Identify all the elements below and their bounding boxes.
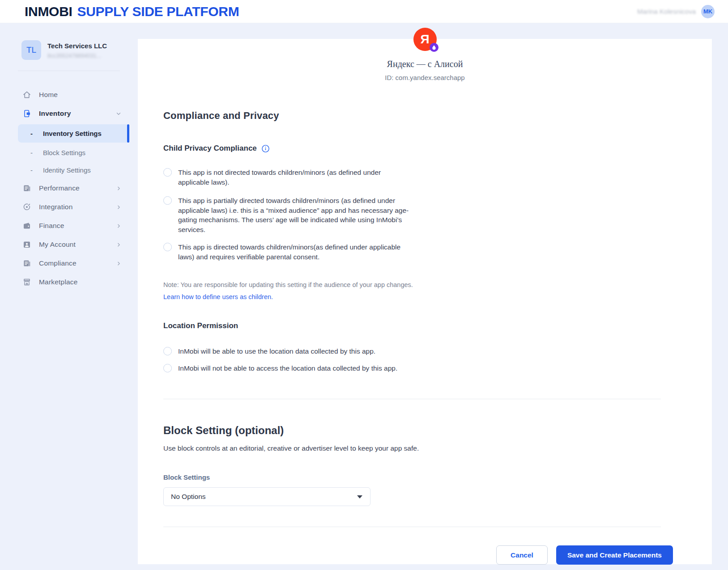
child-privacy-heading-row: Child Privacy Compliance	[163, 144, 661, 153]
radio-label: This app is partially directed towards c…	[178, 196, 409, 234]
app-id: ID: com.yandex.searchapp	[138, 74, 712, 81]
child-privacy-heading: Child Privacy Compliance	[163, 144, 257, 153]
location-option-2: InMobi will not be able to access the lo…	[163, 363, 661, 373]
sidebar-subitem-label: Block Settings	[43, 149, 85, 156]
cancel-button[interactable]: Cancel	[496, 545, 548, 565]
compliance-privacy-heading: Compliance and Privacy	[163, 110, 661, 122]
chevron-right-icon	[116, 261, 122, 266]
org-id: 8cc3552478894031...	[47, 53, 107, 59]
finance-icon	[22, 221, 31, 230]
block-settings-dropdown[interactable]: No Options	[163, 487, 370, 506]
app-title: Яндекс — с Алисой	[138, 59, 712, 69]
performance-icon	[22, 184, 31, 193]
sidebar-item-label: My Account	[39, 241, 76, 249]
dropdown-value: No Options	[171, 493, 206, 501]
sidebar-divider	[18, 71, 120, 71]
sidebar-item-label: Home	[39, 91, 58, 99]
org-avatar: TL	[21, 40, 41, 60]
sidebar-item-marketplace[interactable]: Marketplace	[0, 273, 138, 291]
info-icon[interactable]	[261, 144, 270, 153]
chevron-down-icon	[115, 110, 122, 117]
radio-label: This app is not directed towards childre…	[178, 168, 409, 187]
sidebar-item-integration[interactable]: Integration	[0, 198, 138, 216]
audience-note: Note: You are responsible for updating t…	[163, 281, 661, 288]
active-indicator-bar	[127, 124, 129, 143]
sidebar-item-compliance[interactable]: Compliance	[0, 254, 138, 273]
save-and-create-placements-button[interactable]: Save and Create Placements	[556, 545, 673, 565]
main-content-card: Я Яндекс — с Алисой ID: com.yandex.searc…	[138, 39, 712, 564]
brand-secondary: SUPPLY SIDE PLATFORM	[77, 4, 239, 19]
section-divider	[163, 399, 661, 399]
sidebar-item-label: Finance	[39, 222, 64, 230]
sidebar-subitem-inventory-settings[interactable]: - Inventory Settings	[18, 124, 129, 143]
block-setting-description: Use block controls at an editorial, crea…	[163, 444, 661, 452]
location-permission-heading: Location Permission	[163, 321, 661, 330]
sidebar-item-label: Compliance	[39, 259, 77, 267]
org-name: Tech Services LLC	[47, 40, 107, 50]
inventory-icon	[22, 109, 31, 118]
my-account-icon	[22, 240, 31, 249]
chevron-right-icon	[116, 223, 122, 229]
radio-label: InMobi will not be able to access the lo…	[178, 363, 397, 373]
sidebar-subitem-identity-settings[interactable]: - Identity Settings	[0, 161, 138, 179]
app-icon: Я	[413, 28, 437, 51]
footer-actions: Cancel Save and Create Placements	[163, 545, 673, 565]
yandex-letter: Я	[420, 32, 429, 46]
org-card[interactable]: TL Tech Services LLC 8cc3552478894031...	[0, 40, 138, 60]
sidebar-item-label: Performance	[39, 184, 80, 192]
home-icon	[22, 90, 31, 99]
radio-label: InMobi will be able to use the location …	[178, 346, 375, 356]
radio-label: This app is directed towards children/mi…	[178, 242, 409, 262]
chevron-right-icon	[116, 186, 122, 191]
sidebar-item-finance[interactable]: Finance	[0, 216, 138, 235]
radio-button[interactable]	[163, 364, 172, 372]
compliance-icon	[22, 259, 31, 268]
chevron-right-icon	[116, 242, 122, 248]
sidebar-subitem-label: Inventory Settings	[43, 130, 102, 137]
sidebar-item-inventory[interactable]: Inventory	[0, 104, 138, 123]
alice-badge-icon	[430, 43, 439, 52]
caret-down-icon	[357, 495, 362, 498]
chevron-right-icon	[116, 204, 122, 210]
sidebar-item-my-account[interactable]: My Account	[0, 235, 138, 254]
define-children-link[interactable]: Learn how to define users as children.	[163, 293, 273, 300]
brand-logo: INMOBI SUPPLY SIDE PLATFORM	[25, 4, 239, 19]
marketplace-icon	[22, 278, 31, 287]
child-privacy-option-1: This app is not directed towards childre…	[163, 168, 661, 187]
sidebar-item-label: Marketplace	[39, 278, 78, 286]
radio-button[interactable]	[163, 347, 172, 355]
sidebar-menu: Home Inventory - Inventory Settings	[0, 85, 138, 291]
user-name: Marina Kolesnicova	[637, 8, 696, 15]
user-avatar[interactable]: MK	[701, 5, 715, 18]
top-bar: INMOBI SUPPLY SIDE PLATFORM Marina Koles…	[0, 0, 728, 23]
brand-primary: INMOBI	[25, 4, 72, 19]
radio-button[interactable]	[163, 243, 172, 251]
integration-icon	[22, 203, 31, 211]
footer-divider	[163, 527, 661, 527]
sidebar-item-label: Integration	[39, 203, 72, 211]
sidebar-item-home[interactable]: Home	[0, 85, 138, 104]
child-privacy-option-2: This app is partially directed towards c…	[163, 196, 661, 234]
block-settings-field-label: Block Settings	[163, 473, 661, 481]
block-setting-heading: Block Setting (optional)	[163, 424, 661, 437]
sidebar: TL Tech Services LLC 8cc3552478894031...…	[0, 23, 138, 570]
child-privacy-option-3: This app is directed towards children/mi…	[163, 242, 661, 262]
user-box[interactable]: Marina Kolesnicova MK	[637, 5, 715, 18]
sidebar-subitem-block-settings[interactable]: - Block Settings	[0, 144, 138, 161]
radio-button[interactable]	[163, 168, 172, 177]
sidebar-item-performance[interactable]: Performance	[0, 179, 138, 198]
subitem-dash: -	[30, 149, 33, 156]
location-option-1: InMobi will be able to use the location …	[163, 346, 661, 356]
subitem-dash: -	[30, 130, 33, 137]
sidebar-subitem-label: Identity Settings	[43, 166, 91, 174]
sidebar-item-label: Inventory	[39, 110, 71, 118]
radio-button[interactable]	[163, 196, 172, 205]
subitem-dash: -	[30, 166, 33, 174]
